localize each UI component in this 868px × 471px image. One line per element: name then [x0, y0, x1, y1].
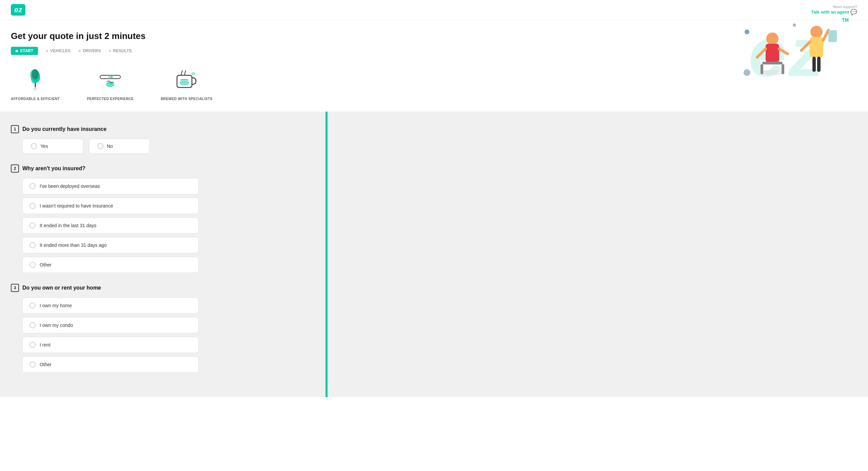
logo-text: ez: [14, 5, 22, 14]
radio-not-required: [29, 203, 36, 209]
question-3-header: 3 Do you own or rent your home: [11, 284, 315, 292]
option-home-other-label: Other: [40, 362, 52, 367]
radio-home-other: [29, 361, 36, 368]
step-vehicles-dot: [46, 50, 48, 52]
questions-panel: 1 Do you currently have insurance Yes No…: [0, 112, 326, 397]
plant-icon: [22, 66, 49, 93]
svg-rect-18: [762, 62, 783, 64]
option-ended-31-button[interactable]: It ended in the last 31 days: [22, 217, 199, 234]
question-3-block: 3 Do you own or rent your home I own my …: [11, 284, 315, 373]
right-panel: [328, 112, 868, 397]
feature-brewed: BREWED WITH SPECIALISTS: [161, 66, 213, 101]
question-2-block: 2 Why aren't you insured? I've been depl…: [11, 164, 315, 273]
question-2-options: I've been deployed overseas I wasn't req…: [22, 178, 199, 273]
need-support-label: Need support?: [811, 5, 857, 9]
step-results-label: RESULTS: [113, 48, 132, 53]
option-home-other-button[interactable]: Other: [22, 356, 199, 373]
question-2-header: 2 Why aren't you insured?: [11, 164, 315, 173]
radio-own-condo: [29, 322, 36, 328]
main-content: 1 Do you currently have insurance Yes No…: [0, 112, 868, 397]
svg-rect-15: [766, 44, 779, 62]
option-not-required-label: I wasn't required to have insurance: [40, 203, 113, 209]
option-own-home-label: I own my home: [40, 303, 72, 308]
question-1-options: Yes No: [22, 139, 315, 154]
radio-ended-more-31: [29, 242, 36, 248]
feature-affordable-label: AFFORDABLE & EFFICIENT: [11, 97, 60, 101]
option-yes-button[interactable]: Yes: [22, 139, 83, 154]
question-1-number: 1: [11, 125, 19, 133]
feature-perfected: PERFECTED EXPERIENCE: [87, 66, 134, 101]
question-2-text: Why aren't you insured?: [22, 165, 85, 172]
question-1-text: Do you currently have insurance: [22, 126, 106, 132]
svg-point-14: [766, 33, 778, 45]
option-rent-button[interactable]: I rent: [22, 337, 199, 353]
option-ended-more-31-button[interactable]: It ended more than 31 days ago: [22, 237, 199, 253]
question-3-options: I own my home I own my condo I rent Othe…: [22, 297, 199, 373]
svg-rect-19: [761, 64, 763, 74]
step-drivers[interactable]: DRIVERS: [79, 48, 101, 53]
svg-text:TM: TM: [842, 17, 849, 23]
svg-point-28: [745, 30, 749, 34]
step-vehicles[interactable]: VEHICLES: [46, 48, 71, 53]
option-own-home-button[interactable]: I own my home: [22, 297, 199, 314]
radio-deployed: [29, 183, 36, 189]
option-yes-label: Yes: [40, 143, 48, 149]
radio-own-home: [29, 302, 36, 309]
radio-yes: [31, 143, 37, 149]
pipeline-icon: [97, 66, 124, 93]
feature-affordable: AFFORDABLE & EFFICIENT: [11, 66, 60, 101]
svg-point-9: [191, 72, 195, 75]
svg-rect-25: [812, 57, 816, 72]
svg-point-13: [762, 70, 783, 75]
option-own-condo-button[interactable]: I own my condo: [22, 317, 199, 333]
step-results-dot: [109, 50, 111, 52]
question-1-block: 1 Do you currently have insurance Yes No: [11, 125, 315, 154]
question-1-header: 1 Do you currently have insurance: [11, 125, 315, 133]
step-start-dot: [16, 50, 18, 52]
svg-point-29: [744, 69, 750, 76]
option-deployed-label: I've been deployed overseas: [40, 183, 100, 189]
radio-no: [97, 143, 103, 149]
step-results[interactable]: RESULTS: [109, 48, 132, 53]
option-other-button[interactable]: Other: [22, 257, 199, 273]
question-3-text: Do you own or rent your home: [22, 285, 101, 291]
step-drivers-dot: [79, 50, 81, 52]
svg-point-30: [793, 23, 796, 27]
svg-marker-5: [111, 76, 114, 78]
svg-point-3: [34, 87, 37, 91]
option-deployed-button[interactable]: I've been deployed overseas: [22, 178, 199, 194]
svg-rect-26: [817, 57, 821, 72]
question-2-number: 2: [11, 164, 19, 173]
svg-line-24: [823, 30, 828, 40]
option-other-label: Other: [40, 262, 52, 268]
question-3-number: 3: [11, 284, 19, 292]
option-ended-31-label: It ended in the last 31 days: [40, 223, 96, 228]
mug-icon: [173, 66, 200, 93]
step-drivers-label: DRIVERS: [83, 48, 101, 53]
option-rent-label: I rent: [40, 342, 51, 348]
svg-point-2: [32, 69, 39, 79]
step-start-label: START: [20, 48, 33, 53]
option-own-condo-label: I own my condo: [40, 322, 73, 328]
step-start[interactable]: START: [11, 47, 38, 55]
svg-rect-20: [782, 64, 784, 74]
radio-ended-31: [29, 222, 36, 229]
option-no-label: No: [107, 143, 113, 149]
feature-perfected-label: PERFECTED EXPERIENCE: [87, 97, 134, 101]
svg-point-21: [810, 26, 823, 38]
logo-wrapper: ez: [11, 4, 25, 16]
svg-point-8: [180, 80, 189, 85]
option-ended-more-31-label: It ended more than 31 days ago: [40, 242, 107, 248]
radio-other: [29, 262, 36, 268]
svg-rect-22: [810, 37, 823, 57]
logo-box: ez: [11, 4, 25, 16]
hero-illustration-svg: e z TM: [728, 12, 857, 86]
hero-illustration: e z TM: [728, 12, 857, 86]
features-row: AFFORDABLE & EFFICIENT PERFECTED EXPERIE…: [0, 66, 868, 112]
option-not-required-button[interactable]: I wasn't required to have insurance: [22, 198, 199, 214]
step-vehicles-label: VEHICLES: [50, 48, 71, 53]
svg-rect-27: [828, 30, 837, 42]
option-no-button[interactable]: No: [89, 139, 150, 154]
radio-rent: [29, 342, 36, 348]
feature-brewed-label: BREWED WITH SPECIALISTS: [161, 97, 213, 101]
